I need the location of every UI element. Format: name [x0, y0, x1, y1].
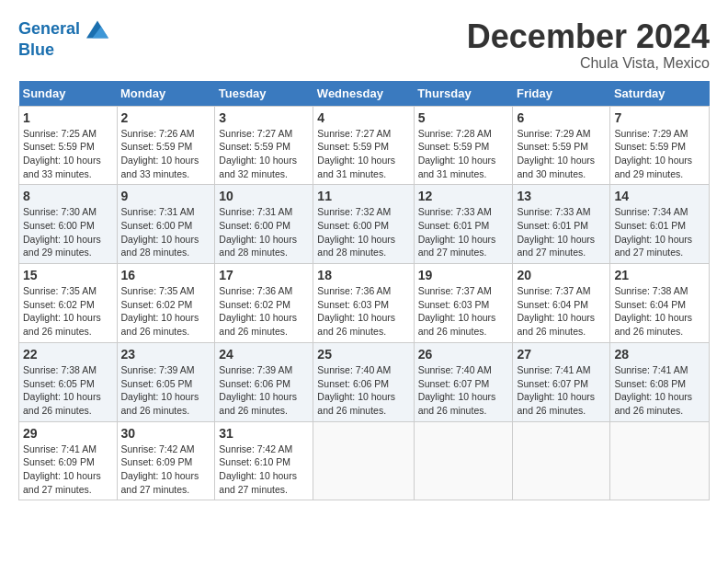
day-info: Sunrise: 7:36 AMSunset: 6:02 PMDaylight:… [219, 284, 309, 339]
calendar-cell: 20 Sunrise: 7:37 AMSunset: 6:04 PMDaylig… [513, 264, 610, 343]
day-number: 13 [517, 189, 606, 203]
day-number: 20 [517, 268, 606, 282]
day-info: Sunrise: 7:40 AMSunset: 6:06 PMDaylight:… [317, 363, 409, 418]
calendar-cell: 1 Sunrise: 7:25 AMSunset: 5:59 PMDayligh… [19, 106, 118, 185]
day-number: 19 [418, 268, 509, 282]
day-number: 23 [121, 347, 211, 362]
calendar-cell: 7 Sunrise: 7:29 AMSunset: 5:59 PMDayligh… [610, 106, 710, 185]
day-number: 30 [121, 426, 211, 441]
logo-blue: Blue [18, 40, 108, 61]
day-info: Sunrise: 7:34 AMSunset: 6:01 PMDaylight:… [614, 205, 705, 259]
calendar-cell: 23 Sunrise: 7:39 AMSunset: 6:05 PMDaylig… [117, 342, 215, 421]
calendar-cell: 4 Sunrise: 7:27 AMSunset: 5:59 PMDayligh… [313, 106, 414, 185]
calendar-cell: 10 Sunrise: 7:31 AMSunset: 6:00 PMDaylig… [215, 185, 313, 264]
calendar-cell: 29 Sunrise: 7:41 AMSunset: 6:09 PMDaylig… [19, 421, 118, 500]
calendar-table: SundayMondayTuesdayWednesdayThursdayFrid… [18, 81, 710, 501]
calendar-cell: 19 Sunrise: 7:37 AMSunset: 6:03 PMDaylig… [414, 264, 513, 343]
day-info: Sunrise: 7:29 AMSunset: 5:59 PMDaylight:… [614, 127, 705, 181]
day-number: 22 [23, 347, 113, 362]
day-info: Sunrise: 7:38 AMSunset: 6:04 PMDaylight:… [614, 284, 705, 339]
day-info: Sunrise: 7:42 AMSunset: 6:10 PMDaylight:… [219, 442, 309, 497]
day-info: Sunrise: 7:25 AMSunset: 5:59 PMDaylight:… [23, 127, 113, 181]
calendar-cell: 3 Sunrise: 7:27 AMSunset: 5:59 PMDayligh… [215, 106, 313, 185]
day-number: 8 [23, 189, 113, 203]
day-number: 18 [317, 268, 409, 282]
day-number: 14 [614, 189, 705, 203]
day-info: Sunrise: 7:41 AMSunset: 6:07 PMDaylight:… [517, 363, 606, 418]
calendar-cell: 2 Sunrise: 7:26 AMSunset: 5:59 PMDayligh… [117, 106, 215, 185]
day-info: Sunrise: 7:40 AMSunset: 6:07 PMDaylight:… [418, 363, 509, 418]
calendar-cell: 17 Sunrise: 7:36 AMSunset: 6:02 PMDaylig… [215, 264, 313, 343]
calendar-cell: 5 Sunrise: 7:28 AMSunset: 5:59 PMDayligh… [414, 106, 513, 185]
calendar-cell: 18 Sunrise: 7:36 AMSunset: 6:03 PMDaylig… [313, 264, 414, 343]
calendar-cell: 14 Sunrise: 7:34 AMSunset: 6:01 PMDaylig… [610, 185, 710, 264]
calendar-cell: 6 Sunrise: 7:29 AMSunset: 5:59 PMDayligh… [513, 106, 610, 185]
calendar-cell: 30 Sunrise: 7:42 AMSunset: 6:09 PMDaylig… [117, 421, 215, 500]
day-number: 7 [614, 110, 705, 125]
day-info: Sunrise: 7:37 AMSunset: 6:04 PMDaylight:… [517, 284, 606, 339]
title-block: December 2024 Chula Vista, Mexico [467, 18, 710, 72]
weekday-header-tuesday: Tuesday [215, 81, 313, 107]
month-title: December 2024 [467, 18, 710, 55]
day-number: 27 [517, 347, 606, 362]
calendar-cell: 13 Sunrise: 7:33 AMSunset: 6:01 PMDaylig… [513, 185, 610, 264]
weekday-header-friday: Friday [513, 81, 610, 107]
day-number: 3 [219, 110, 309, 125]
calendar-week-row: 29 Sunrise: 7:41 AMSunset: 6:09 PMDaylig… [19, 421, 710, 500]
calendar-cell: 24 Sunrise: 7:39 AMSunset: 6:06 PMDaylig… [215, 342, 313, 421]
day-info: Sunrise: 7:27 AMSunset: 5:59 PMDaylight:… [317, 127, 409, 181]
calendar-cell: 31 Sunrise: 7:42 AMSunset: 6:10 PMDaylig… [215, 421, 313, 500]
day-number: 4 [317, 110, 409, 125]
day-info: Sunrise: 7:35 AMSunset: 6:02 PMDaylight:… [121, 284, 211, 339]
day-info: Sunrise: 7:32 AMSunset: 6:00 PMDaylight:… [317, 205, 409, 259]
day-number: 16 [121, 268, 211, 282]
day-info: Sunrise: 7:33 AMSunset: 6:01 PMDaylight:… [517, 205, 606, 259]
page-header: General Blue December 2024 Chula Vista, … [18, 18, 710, 72]
logo-icon [86, 18, 108, 40]
day-number: 5 [418, 110, 509, 125]
day-info: Sunrise: 7:36 AMSunset: 6:03 PMDaylight:… [317, 284, 409, 339]
calendar-cell [513, 421, 610, 500]
day-info: Sunrise: 7:41 AMSunset: 6:09 PMDaylight:… [23, 442, 113, 497]
day-number: 1 [23, 110, 113, 125]
day-info: Sunrise: 7:33 AMSunset: 6:01 PMDaylight:… [418, 205, 509, 259]
day-info: Sunrise: 7:39 AMSunset: 6:06 PMDaylight:… [219, 363, 309, 418]
day-number: 29 [23, 426, 113, 441]
day-number: 25 [317, 347, 409, 362]
day-info: Sunrise: 7:39 AMSunset: 6:05 PMDaylight:… [121, 363, 211, 418]
day-info: Sunrise: 7:29 AMSunset: 5:59 PMDaylight:… [517, 127, 606, 181]
day-info: Sunrise: 7:31 AMSunset: 6:00 PMDaylight:… [121, 205, 211, 259]
calendar-cell: 27 Sunrise: 7:41 AMSunset: 6:07 PMDaylig… [513, 342, 610, 421]
day-number: 24 [219, 347, 309, 362]
calendar-cell: 8 Sunrise: 7:30 AMSunset: 6:00 PMDayligh… [19, 185, 118, 264]
logo: General Blue [18, 18, 108, 61]
calendar-cell: 16 Sunrise: 7:35 AMSunset: 6:02 PMDaylig… [117, 264, 215, 343]
calendar-cell: 9 Sunrise: 7:31 AMSunset: 6:00 PMDayligh… [117, 185, 215, 264]
calendar-week-row: 15 Sunrise: 7:35 AMSunset: 6:02 PMDaylig… [19, 264, 710, 343]
calendar-cell: 21 Sunrise: 7:38 AMSunset: 6:04 PMDaylig… [610, 264, 710, 343]
calendar-week-row: 8 Sunrise: 7:30 AMSunset: 6:00 PMDayligh… [19, 185, 710, 264]
calendar-cell: 15 Sunrise: 7:35 AMSunset: 6:02 PMDaylig… [19, 264, 118, 343]
day-info: Sunrise: 7:41 AMSunset: 6:08 PMDaylight:… [614, 363, 705, 418]
day-info: Sunrise: 7:30 AMSunset: 6:00 PMDaylight:… [23, 205, 113, 259]
calendar-cell: 28 Sunrise: 7:41 AMSunset: 6:08 PMDaylig… [610, 342, 710, 421]
calendar-cell: 12 Sunrise: 7:33 AMSunset: 6:01 PMDaylig… [414, 185, 513, 264]
day-number: 6 [517, 110, 606, 125]
calendar-week-row: 1 Sunrise: 7:25 AMSunset: 5:59 PMDayligh… [19, 106, 710, 185]
day-number: 10 [219, 189, 309, 203]
weekday-header-wednesday: Wednesday [313, 81, 414, 107]
day-info: Sunrise: 7:42 AMSunset: 6:09 PMDaylight:… [121, 442, 211, 497]
weekday-header-thursday: Thursday [414, 81, 513, 107]
calendar-cell: 25 Sunrise: 7:40 AMSunset: 6:06 PMDaylig… [313, 342, 414, 421]
day-number: 15 [23, 268, 113, 282]
weekday-header-monday: Monday [117, 81, 215, 107]
calendar-cell [414, 421, 513, 500]
day-info: Sunrise: 7:27 AMSunset: 5:59 PMDaylight:… [219, 127, 309, 181]
day-number: 26 [418, 347, 509, 362]
day-number: 2 [121, 110, 211, 125]
weekday-header-sunday: Sunday [19, 81, 118, 107]
calendar-cell [610, 421, 710, 500]
weekday-header-saturday: Saturday [610, 81, 710, 107]
day-number: 11 [317, 189, 409, 203]
day-number: 28 [614, 347, 705, 362]
